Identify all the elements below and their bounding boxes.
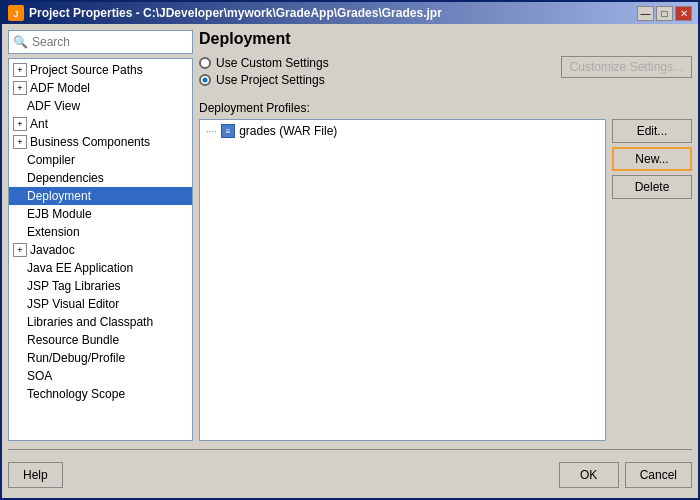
new-button[interactable]: New... <box>612 147 692 171</box>
title-bar-left: J Project Properties - C:\JDeveloper\myw… <box>8 5 442 21</box>
radio-group: Use Custom Settings Use Project Settings <box>199 56 329 87</box>
tree-panel: + Project Source Paths + ADF Model ADF V… <box>8 58 193 441</box>
list-item[interactable]: ···· ≡ grades (WAR File) <box>202 122 603 140</box>
sidebar-item-ejb-module[interactable]: EJB Module <box>9 205 192 223</box>
sidebar-item-extension[interactable]: Extension <box>9 223 192 241</box>
window-controls: — □ ✕ <box>637 6 692 21</box>
search-icon: 🔍 <box>13 35 28 49</box>
sidebar-item-label: Java EE Application <box>27 261 133 275</box>
sidebar-item-label: EJB Module <box>27 207 92 221</box>
sidebar-item-label: Deployment <box>27 189 91 203</box>
sidebar-item-javadoc[interactable]: + Javadoc <box>9 241 192 259</box>
left-panel: 🔍 + Project Source Paths + ADF Model <box>8 30 193 441</box>
dash-icon: ···· <box>206 126 217 137</box>
sidebar-item-compiler[interactable]: Compiler <box>9 151 192 169</box>
search-box[interactable]: 🔍 <box>8 30 193 54</box>
sidebar-item-label: Javadoc <box>30 243 75 257</box>
sidebar-item-adf-view[interactable]: ADF View <box>9 97 192 115</box>
help-button[interactable]: Help <box>8 462 63 488</box>
profiles-buttons: Edit... New... Delete <box>612 119 692 441</box>
radio-use-project[interactable]: Use Project Settings <box>199 73 329 87</box>
sidebar-item-libraries-classpath[interactable]: Libraries and Classpath <box>9 313 192 331</box>
sidebar-item-technology-scope[interactable]: Technology Scope <box>9 385 192 403</box>
sidebar-item-soa[interactable]: SOA <box>9 367 192 385</box>
sidebar-item-label: Technology Scope <box>27 387 125 401</box>
profile-type-icon: ≡ <box>221 124 235 138</box>
search-input[interactable] <box>32 35 188 49</box>
sidebar-item-run-debug-profile[interactable]: Run/Debug/Profile <box>9 349 192 367</box>
sidebar-item-resource-bundle[interactable]: Resource Bundle <box>9 331 192 349</box>
close-button[interactable]: ✕ <box>675 6 692 21</box>
expand-icon: + <box>13 63 27 77</box>
edit-button[interactable]: Edit... <box>612 119 692 143</box>
sidebar-item-business-components[interactable]: + Business Components <box>9 133 192 151</box>
radio-project-label: Use Project Settings <box>216 73 325 87</box>
ok-cancel-group: OK Cancel <box>559 462 692 488</box>
sidebar-item-label: Resource Bundle <box>27 333 119 347</box>
window-title: Project Properties - C:\JDeveloper\mywor… <box>29 6 442 20</box>
cancel-button[interactable]: Cancel <box>625 462 692 488</box>
sidebar-item-label: SOA <box>27 369 52 383</box>
radio-custom-indicator <box>199 57 211 69</box>
sidebar-item-jsp-visual-editor[interactable]: JSP Visual Editor <box>9 295 192 313</box>
sidebar-item-label: Business Components <box>30 135 150 149</box>
expand-icon: + <box>13 243 27 257</box>
expand-icon: + <box>13 135 27 149</box>
sidebar-item-jsp-tag-libraries[interactable]: JSP Tag Libraries <box>9 277 192 295</box>
main-window: J Project Properties - C:\JDeveloper\myw… <box>0 0 700 500</box>
bottom-bar: Help OK Cancel <box>8 458 692 492</box>
right-panel: Deployment Use Custom Settings Use Proje… <box>199 30 692 441</box>
sidebar-item-deployment[interactable]: Deployment <box>9 187 192 205</box>
sidebar-item-label: JSP Tag Libraries <box>27 279 121 293</box>
sidebar-item-label: Ant <box>30 117 48 131</box>
sidebar-item-label: Dependencies <box>27 171 104 185</box>
expand-icon: + <box>13 81 27 95</box>
sidebar-item-project-source-paths[interactable]: + Project Source Paths <box>9 61 192 79</box>
bottom-separator <box>8 449 692 450</box>
profiles-area: ···· ≡ grades (WAR File) Edit... New... … <box>199 119 692 441</box>
customize-settings-button[interactable]: Customize Settings... <box>561 56 692 78</box>
ok-button[interactable]: OK <box>559 462 619 488</box>
sidebar-item-ant[interactable]: + Ant <box>9 115 192 133</box>
main-area: 🔍 + Project Source Paths + ADF Model <box>8 30 692 441</box>
deployment-profiles-label: Deployment Profiles: <box>199 101 692 115</box>
radio-project-indicator <box>199 74 211 86</box>
profiles-list: ···· ≡ grades (WAR File) <box>199 119 606 441</box>
sidebar-item-label: Extension <box>27 225 80 239</box>
minimize-button[interactable]: — <box>637 6 654 21</box>
delete-button[interactable]: Delete <box>612 175 692 199</box>
sidebar-item-label: ADF View <box>27 99 80 113</box>
sidebar-item-label: Run/Debug/Profile <box>27 351 125 365</box>
section-title: Deployment <box>199 30 692 48</box>
profile-name: grades (WAR File) <box>239 124 337 138</box>
maximize-button[interactable]: □ <box>656 6 673 21</box>
sidebar-item-label: JSP Visual Editor <box>27 297 119 311</box>
sidebar-item-adf-model[interactable]: + ADF Model <box>9 79 192 97</box>
radio-use-custom[interactable]: Use Custom Settings <box>199 56 329 70</box>
svg-text:J: J <box>13 9 18 19</box>
sidebar-item-label: Libraries and Classpath <box>27 315 153 329</box>
sidebar-item-dependencies[interactable]: Dependencies <box>9 169 192 187</box>
sidebar-item-label: Project Source Paths <box>30 63 143 77</box>
radio-custom-label: Use Custom Settings <box>216 56 329 70</box>
window-content: 🔍 + Project Source Paths + ADF Model <box>2 24 698 498</box>
title-bar: J Project Properties - C:\JDeveloper\myw… <box>2 2 698 24</box>
app-icon: J <box>8 5 24 21</box>
expand-icon: + <box>13 117 27 131</box>
sidebar-item-label: Compiler <box>27 153 75 167</box>
sidebar-item-label: ADF Model <box>30 81 90 95</box>
sidebar-item-java-ee-application[interactable]: Java EE Application <box>9 259 192 277</box>
